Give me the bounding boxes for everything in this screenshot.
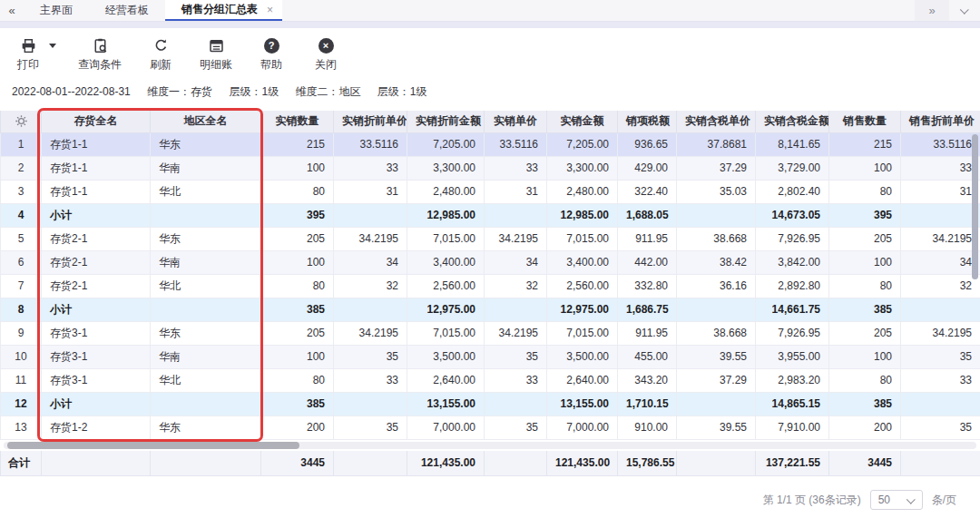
table-cell[interactable]: 215 bbox=[829, 132, 901, 156]
table-cell[interactable]: 35 bbox=[485, 415, 547, 439]
table-cell[interactable]: 37.29 bbox=[677, 368, 756, 392]
table-cell[interactable]: 34 bbox=[485, 250, 547, 274]
detail-ledger-button[interactable]: 明细账 bbox=[200, 36, 232, 73]
table-cell[interactable]: 2,640.00 bbox=[407, 368, 485, 392]
help-button[interactable]: ? 帮助 bbox=[256, 36, 287, 73]
table-cell[interactable]: 存货1-1 bbox=[42, 180, 151, 203]
table-cell[interactable]: 华东 bbox=[151, 321, 261, 345]
table-cell[interactable]: 33 bbox=[485, 156, 547, 180]
table-cell[interactable]: 31 bbox=[334, 180, 407, 203]
table-cell[interactable]: 395 bbox=[261, 203, 334, 227]
table-cell[interactable] bbox=[151, 298, 261, 321]
table-cell[interactable]: 7,926.95 bbox=[756, 321, 829, 345]
table-cell[interactable]: 37.29 bbox=[677, 156, 756, 180]
table-cell[interactable]: 2,640.00 bbox=[547, 368, 618, 392]
table-cell[interactable]: 存货3-1 bbox=[42, 368, 151, 392]
table-cell[interactable]: 华东 bbox=[151, 132, 261, 156]
table-row[interactable]: 7存货2-1华北80322,560.00322,560.00332.8036.1… bbox=[1, 274, 980, 298]
table-cell[interactable]: 7,015.00 bbox=[407, 321, 485, 345]
table-cell[interactable]: 35 bbox=[334, 345, 407, 368]
row-number-cell[interactable]: 7 bbox=[1, 274, 42, 298]
table-cell[interactable]: 华东 bbox=[151, 415, 261, 439]
table-cell[interactable] bbox=[485, 392, 547, 415]
table-cell[interactable]: 395 bbox=[829, 203, 901, 227]
table-cell[interactable]: 100 bbox=[261, 345, 334, 368]
table-cell[interactable]: 332.80 bbox=[618, 274, 677, 298]
table-cell[interactable]: 31 bbox=[485, 180, 547, 203]
table-cell[interactable]: 华北 bbox=[151, 274, 261, 298]
collapse-tabs-icon[interactable]: « bbox=[0, 0, 24, 21]
table-cell[interactable]: 小计 bbox=[42, 203, 151, 227]
row-number-cell[interactable]: 3 bbox=[1, 180, 42, 203]
table-cell[interactable]: 80 bbox=[261, 274, 334, 298]
table-cell[interactable]: 7,015.00 bbox=[407, 227, 485, 250]
row-number-cell[interactable]: 11 bbox=[1, 368, 42, 392]
table-cell[interactable]: 7,015.00 bbox=[547, 227, 618, 250]
table-cell[interactable]: 34.2195 bbox=[901, 321, 980, 345]
table-cell[interactable]: 存货1-1 bbox=[42, 156, 151, 180]
tab-list-dropdown-icon[interactable] bbox=[949, 0, 980, 21]
table-cell[interactable]: 32 bbox=[334, 274, 407, 298]
column-header[interactable]: 销售折前单价 bbox=[901, 111, 980, 132]
table-cell[interactable]: 100 bbox=[829, 156, 901, 180]
table-cell[interactable]: 200 bbox=[261, 415, 334, 439]
table-cell[interactable]: 33.5116 bbox=[334, 132, 407, 156]
tab-overflow-icon[interactable]: » bbox=[915, 0, 949, 21]
close-button[interactable]: × 关闭 bbox=[310, 36, 341, 73]
table-cell[interactable]: 7,000.00 bbox=[407, 415, 485, 439]
column-header[interactable]: 实销含税单价 bbox=[677, 111, 756, 132]
table-row[interactable]: 12小计38513,155.0013,155.001,710.1514,865.… bbox=[1, 392, 980, 415]
column-header[interactable]: 实销单价 bbox=[485, 111, 547, 132]
table-cell[interactable]: 3,842.00 bbox=[756, 250, 829, 274]
vertical-scrollbar[interactable] bbox=[972, 132, 979, 439]
table-cell[interactable]: 14,661.75 bbox=[756, 298, 829, 321]
table-cell[interactable]: 华南 bbox=[151, 345, 261, 368]
table-cell[interactable] bbox=[677, 203, 756, 227]
table-cell[interactable]: 205 bbox=[261, 227, 334, 250]
table-cell[interactable]: 34.2195 bbox=[485, 321, 547, 345]
table-cell[interactable]: 3,729.00 bbox=[756, 156, 829, 180]
table-cell[interactable]: 911.95 bbox=[618, 321, 677, 345]
table-cell[interactable]: 100 bbox=[829, 345, 901, 368]
table-cell[interactable]: 35 bbox=[901, 345, 980, 368]
table-cell[interactable]: 35 bbox=[485, 345, 547, 368]
table-cell[interactable]: 3,500.00 bbox=[407, 345, 485, 368]
table-cell[interactable]: 存货2-1 bbox=[42, 250, 151, 274]
table-cell[interactable]: 2,560.00 bbox=[547, 274, 618, 298]
column-header[interactable]: 实销含税金额 bbox=[756, 111, 829, 132]
table-cell[interactable]: 100 bbox=[261, 156, 334, 180]
table-cell[interactable]: 385 bbox=[261, 392, 334, 415]
table-cell[interactable]: 华南 bbox=[151, 250, 261, 274]
table-cell[interactable]: 存货2-1 bbox=[42, 227, 151, 250]
table-cell[interactable]: 32 bbox=[485, 274, 547, 298]
table-cell[interactable]: 存货2-1 bbox=[42, 274, 151, 298]
column-header[interactable]: 实销折前金额 bbox=[407, 111, 485, 132]
table-cell[interactable]: 存货3-1 bbox=[42, 321, 151, 345]
table-cell[interactable]: 80 bbox=[829, 274, 901, 298]
table-cell[interactable]: 12,975.00 bbox=[407, 298, 485, 321]
table-cell[interactable]: 13,155.00 bbox=[407, 392, 485, 415]
table-cell[interactable]: 3,400.00 bbox=[547, 250, 618, 274]
table-cell[interactable]: 7,910.00 bbox=[756, 415, 829, 439]
row-number-cell[interactable]: 4 bbox=[1, 203, 42, 227]
table-row[interactable]: 4小计39512,985.0012,985.001,688.0514,673.0… bbox=[1, 203, 980, 227]
table-cell[interactable] bbox=[334, 392, 407, 415]
table-cell[interactable]: 200 bbox=[829, 415, 901, 439]
table-cell[interactable]: 7,015.00 bbox=[547, 321, 618, 345]
table-cell[interactable]: 39.55 bbox=[677, 415, 756, 439]
print-dropdown-caret-icon[interactable] bbox=[49, 44, 56, 48]
table-cell[interactable] bbox=[901, 203, 980, 227]
table-cell[interactable]: 100 bbox=[261, 250, 334, 274]
column-header[interactable]: 销售数量 bbox=[829, 111, 901, 132]
table-cell[interactable]: 34.2195 bbox=[334, 227, 407, 250]
table-cell[interactable]: 3,300.00 bbox=[547, 156, 618, 180]
table-cell[interactable]: 38.668 bbox=[677, 321, 756, 345]
table-cell[interactable]: 205 bbox=[829, 227, 901, 250]
table-cell[interactable]: 205 bbox=[261, 321, 334, 345]
table-cell[interactable]: 32 bbox=[901, 274, 980, 298]
table-cell[interactable]: 小计 bbox=[42, 392, 151, 415]
table-cell[interactable]: 13,155.00 bbox=[547, 392, 618, 415]
table-row[interactable]: 9存货3-1华东20534.21957,015.0034.21957,015.0… bbox=[1, 321, 980, 345]
table-cell[interactable]: 华北 bbox=[151, 368, 261, 392]
table-row[interactable]: 5存货2-1华东20534.21957,015.0034.21957,015.0… bbox=[1, 227, 980, 250]
